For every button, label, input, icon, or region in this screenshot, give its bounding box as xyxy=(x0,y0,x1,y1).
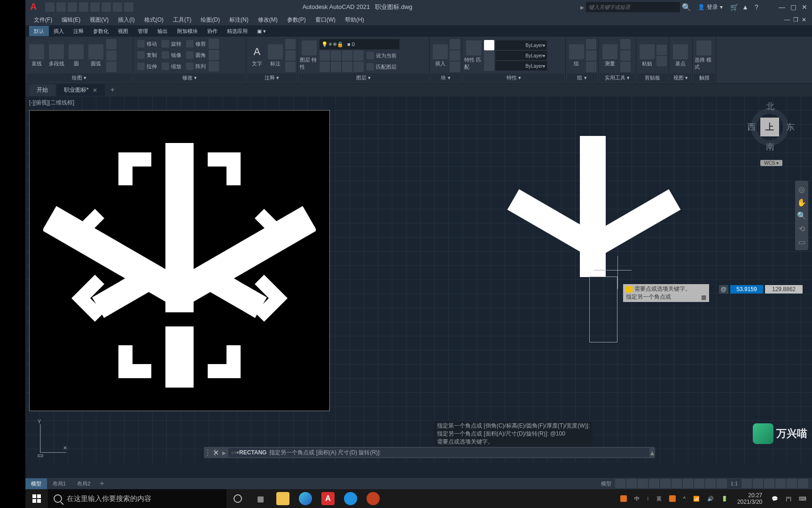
scale-button[interactable]: 缩放 xyxy=(160,61,183,71)
ribbon-tab-collab[interactable]: 协作 xyxy=(203,26,222,36)
windows-taskbar[interactable]: 在这里输入你要搜索的内容 ▦ A 中 ⁝ 英 ^ 📶 🔊 🔋 20:27 202… xyxy=(25,489,812,508)
qat-plot[interactable] xyxy=(102,2,111,12)
search-icon[interactable]: 🔍 xyxy=(682,3,690,11)
layer-s7[interactable] xyxy=(342,62,352,72)
panel-modify-label[interactable]: 修改 ▾ xyxy=(134,73,245,82)
annot-s2[interactable] xyxy=(285,50,296,61)
layout1-tab[interactable]: 布局1 xyxy=(47,478,71,489)
layer-s6[interactable] xyxy=(331,62,341,72)
autocad-taskbar-icon[interactable]: A xyxy=(317,489,339,508)
tray-notification-icon[interactable]: 💬 xyxy=(770,496,780,502)
cmdline-recent[interactable]: ▸ xyxy=(220,448,228,457)
viewcube-top[interactable]: 上 xyxy=(760,118,779,136)
menu-help[interactable]: 帮助(H) xyxy=(340,16,369,24)
annot-s1[interactable] xyxy=(285,39,296,49)
layer-s8[interactable] xyxy=(353,62,364,72)
layer-s2[interactable] xyxy=(331,50,341,61)
status-monitor[interactable] xyxy=(753,479,763,488)
group-button[interactable]: 组 xyxy=(568,44,585,67)
autodesk-app-icon[interactable]: ▲ xyxy=(740,2,751,12)
qat-redo[interactable] xyxy=(124,2,133,12)
menu-file[interactable]: 文件(F) xyxy=(29,16,57,24)
measure-button[interactable]: 测量 xyxy=(601,44,619,67)
panel-touch-label[interactable]: 触摸 xyxy=(694,73,715,82)
layer-selector[interactable]: 💡☀❄🔒 ■ 0 xyxy=(320,39,399,49)
edge-icon[interactable] xyxy=(294,489,317,508)
tray-wifi-icon[interactable]: 📶 xyxy=(691,496,702,502)
navigation-bar[interactable]: ◎ ✋ 🔍 ⟲ ▭ xyxy=(795,181,808,250)
tray-more[interactable]: ⁝ xyxy=(645,496,651,502)
util-s1[interactable] xyxy=(620,39,631,49)
tray-ime2[interactable]: 英 xyxy=(655,495,664,502)
tray-sip-icon[interactable]: ⌨ xyxy=(797,496,808,502)
tray-sogou-icon[interactable] xyxy=(618,495,629,502)
status-osnap[interactable] xyxy=(660,479,671,488)
qat-saveas[interactable] xyxy=(79,2,88,12)
tray-ime1[interactable]: 中 xyxy=(632,495,641,502)
menu-view[interactable]: 视图(V) xyxy=(85,16,113,24)
block-s2[interactable] xyxy=(450,50,460,61)
status-zoom[interactable]: 1:1 xyxy=(728,481,741,486)
panel-draw-label[interactable]: 绘图 ▾ xyxy=(26,73,132,82)
doc-close[interactable]: ✕ xyxy=(800,15,808,24)
status-ws[interactable] xyxy=(742,479,752,488)
maximize-button[interactable]: ▢ xyxy=(788,2,799,12)
annot-s3[interactable] xyxy=(285,62,296,72)
add-layout-tab[interactable]: + xyxy=(96,479,108,488)
ribbon-tab-view[interactable]: 视图 xyxy=(113,26,133,36)
lineweight-selector[interactable]: ByLayer ▾ xyxy=(495,51,547,60)
panel-util-label[interactable]: 实用工具 ▾ xyxy=(600,73,635,82)
circle-button[interactable]: 圆 xyxy=(67,44,86,67)
linetype-selector[interactable]: ByLayer ▾ xyxy=(495,61,547,71)
taskview-icon[interactable]: ▦ xyxy=(249,489,272,508)
draw-small-2[interactable] xyxy=(106,50,117,61)
cmdline-close[interactable]: ✕ xyxy=(211,448,220,457)
panel-group-label[interactable]: 组 ▾ xyxy=(567,73,597,82)
layer-props-button[interactable]: 图层 特性 xyxy=(300,40,319,71)
menu-modify[interactable]: 修改(M) xyxy=(253,16,282,24)
group-s3[interactable] xyxy=(586,62,596,72)
nav-pan-icon[interactable]: ✋ xyxy=(795,196,808,209)
insert-block-button[interactable]: 插入 xyxy=(431,44,449,67)
layer-s5[interactable] xyxy=(320,62,330,72)
help-search[interactable] xyxy=(586,2,680,12)
basepoint-button[interactable]: 基点 xyxy=(671,44,690,67)
status-lwt[interactable] xyxy=(683,479,693,488)
text-button[interactable]: A文字 xyxy=(248,44,266,67)
status-trans[interactable] xyxy=(694,479,704,488)
menu-format[interactable]: 格式(O) xyxy=(140,16,168,24)
menu-dim[interactable]: 标注(N) xyxy=(225,16,253,24)
filetab-current[interactable]: 职业图标*✕ xyxy=(56,84,105,96)
modify-extra-1[interactable] xyxy=(209,39,219,49)
block-s1[interactable] xyxy=(450,39,460,49)
viewcube-east[interactable]: 东 xyxy=(786,121,795,133)
polyline-button[interactable]: 多段线 xyxy=(47,44,66,67)
cmdline-expand[interactable]: ▴ xyxy=(649,448,655,457)
nav-orbit-icon[interactable]: ⟲ xyxy=(795,222,808,235)
nav-zoom-icon[interactable]: 🔍 xyxy=(795,209,808,222)
panel-props-label[interactable]: 特性 ▾ xyxy=(463,73,564,82)
viewcube[interactable]: 上 北 南 东 西 WCS ▾ xyxy=(742,99,798,169)
ribbon-tab-more[interactable]: ▣ ▾ xyxy=(252,26,271,36)
layer-s4[interactable] xyxy=(353,50,364,61)
cmdline-handle[interactable]: ⋮⋮ xyxy=(204,448,211,457)
panel-block-label[interactable]: 块 ▾ xyxy=(430,73,461,82)
explorer-icon[interactable] xyxy=(272,489,294,508)
tray-clock[interactable]: 20:27 2021/3/20 xyxy=(734,492,766,506)
tray-volume-icon[interactable]: 🔊 xyxy=(705,496,716,502)
copy-button[interactable]: 复制 xyxy=(135,50,159,60)
modify-extra-3[interactable] xyxy=(209,61,219,71)
nav-show-icon[interactable]: ▭ xyxy=(795,235,808,248)
tray-chevron-icon[interactable]: ^ xyxy=(681,496,687,501)
ribbon-tab-insert[interactable]: 插入 xyxy=(49,26,69,36)
clip-s1[interactable] xyxy=(656,45,667,55)
tray-battery-icon[interactable]: 🔋 xyxy=(719,496,730,502)
ribbon-tab-default[interactable]: 默认 xyxy=(29,26,49,36)
panel-layer-label[interactable]: 图层 ▾ xyxy=(299,73,428,82)
match-props-button[interactable]: 特性 匹配 xyxy=(464,40,483,71)
qat-save[interactable] xyxy=(68,2,77,12)
menu-edit[interactable]: 编辑(E) xyxy=(57,16,85,24)
status-grid[interactable] xyxy=(615,479,625,488)
color-swatch[interactable] xyxy=(484,40,494,50)
viewcube-south[interactable]: 南 xyxy=(766,141,774,152)
